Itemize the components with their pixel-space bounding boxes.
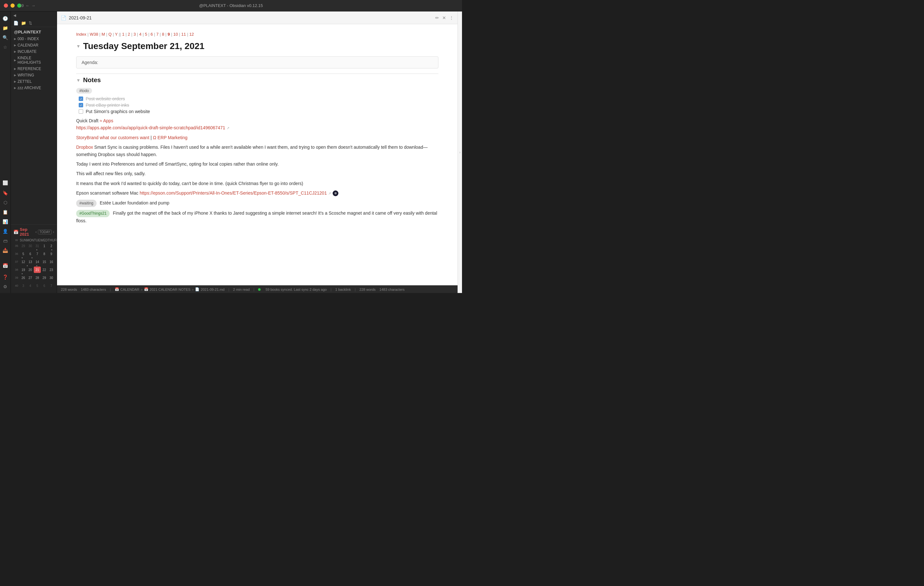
- cal-day[interactable]: 3: [55, 243, 57, 249]
- more-options-icon[interactable]: ⋮: [449, 15, 454, 20]
- cal-day[interactable]: 24: [55, 267, 57, 273]
- tree-item-kindle[interactable]: ▶ KINDLE HIGHLIGHTS: [11, 55, 57, 66]
- editor-content[interactable]: Index | W38 | M | Q | Y || 1 | 2 | 3 | 4…: [57, 24, 457, 285]
- link-2[interactable]: 2: [128, 32, 130, 37]
- close-dot[interactable]: [4, 3, 8, 8]
- cal-day[interactable]: 6: [27, 251, 34, 257]
- star-icon[interactable]: ☆: [1, 43, 10, 52]
- cal-day[interactable]: 10: [55, 251, 57, 257]
- right-panel-handle[interactable]: ›: [457, 12, 462, 293]
- sidebar-item-icon-5[interactable]: 📊: [1, 217, 10, 226]
- sidebar-item-icon-1[interactable]: ⬜: [1, 178, 10, 187]
- nav-forward-icon[interactable]: →: [31, 3, 35, 8]
- cal-day[interactable]: 13: [27, 258, 34, 265]
- cal-day[interactable]: 9: [48, 251, 55, 257]
- cal-day[interactable]: 1: [41, 243, 48, 249]
- sidebar-item-icon-3[interactable]: ⬡: [1, 198, 10, 207]
- cal-day[interactable]: 2: [48, 243, 55, 249]
- cal-day[interactable]: 29: [41, 275, 48, 281]
- cal-day[interactable]: 7: [48, 283, 55, 289]
- erp-link[interactable]: Ω ERP Marketing: [153, 135, 187, 140]
- tree-item-archive[interactable]: ▶ zzz ARCHIVE: [11, 85, 57, 91]
- folder-icon[interactable]: 📁: [1, 23, 10, 33]
- cal-day[interactable]: 17: [55, 258, 57, 265]
- link-11[interactable]: 11: [181, 32, 186, 37]
- cal-day[interactable]: 29: [20, 243, 27, 249]
- sidebar-item-icon-6[interactable]: 👤: [1, 227, 10, 236]
- edit-icon[interactable]: ✏: [435, 15, 439, 20]
- cal-day[interactable]: 19: [20, 267, 27, 273]
- checkbox-3[interactable]: [79, 109, 83, 114]
- calendar-prev-btn[interactable]: ‹: [35, 230, 36, 234]
- new-folder-btn[interactable]: 📁: [21, 21, 26, 25]
- tag-goodthings[interactable]: #GoodThings21: [76, 210, 110, 217]
- link-index[interactable]: Index: [76, 32, 86, 37]
- cal-day[interactable]: 8: [55, 283, 57, 289]
- link-7[interactable]: 7: [156, 32, 158, 37]
- minimize-dot[interactable]: [10, 3, 15, 8]
- cal-day[interactable]: 30: [27, 243, 34, 249]
- cal-day[interactable]: 27: [27, 275, 34, 281]
- tree-item-incubate[interactable]: ▶ INCUBATE: [11, 48, 57, 55]
- link-1[interactable]: 1: [122, 32, 124, 37]
- quick-draft-url-link[interactable]: https://apps.apple.com/au/app/quick-draf…: [76, 125, 225, 130]
- cal-day[interactable]: 22: [41, 267, 48, 273]
- tree-item-reference[interactable]: ▶ REFERENCE: [11, 66, 57, 72]
- sidebar-collapse-btn[interactable]: ◀: [13, 13, 16, 18]
- calendar-sidebar-icon[interactable]: 📅: [1, 261, 10, 270]
- apps-link[interactable]: ≈ Apps: [100, 118, 114, 123]
- link-6[interactable]: 6: [151, 32, 153, 37]
- cal-day-today[interactable]: 21: [34, 267, 41, 273]
- cal-day[interactable]: 26: [20, 275, 27, 281]
- search-icon[interactable]: 🔍: [1, 33, 10, 42]
- breadcrumb-part-3[interactable]: 2021-09-21.md: [201, 288, 224, 291]
- cal-day[interactable]: 16: [48, 258, 55, 265]
- tree-item-writing[interactable]: ▶ WRITING: [11, 72, 57, 78]
- link-5[interactable]: 5: [145, 32, 147, 37]
- sidebar-item-icon-2[interactable]: 🔖: [1, 189, 10, 198]
- cal-day[interactable]: 3: [20, 283, 27, 289]
- section-collapse-btn[interactable]: ▼: [76, 78, 81, 83]
- settings-icon[interactable]: ⚙: [1, 282, 10, 291]
- storybrand-link[interactable]: StoryBrand what our customers want: [76, 135, 149, 140]
- help-icon[interactable]: ❓: [1, 273, 10, 281]
- cal-day[interactable]: 23: [48, 267, 55, 273]
- cal-day[interactable]: 30: [48, 275, 55, 281]
- link-9[interactable]: 9: [168, 32, 170, 37]
- epson-url-link[interactable]: https://epson.com/Support/Printers/All-I…: [140, 191, 327, 196]
- cal-day[interactable]: 15: [41, 258, 48, 265]
- cal-day[interactable]: 12: [20, 258, 27, 265]
- sidebar-item-icon-7[interactable]: 🗃: [1, 236, 10, 245]
- link-3[interactable]: 3: [134, 32, 136, 37]
- link-4[interactable]: 4: [139, 32, 142, 37]
- sidebar-item-icon-8[interactable]: 📥: [1, 246, 10, 255]
- cal-day[interactable]: 31: [34, 243, 41, 249]
- new-note-btn[interactable]: 📄: [13, 21, 18, 25]
- cal-day[interactable]: 4: [27, 283, 34, 289]
- cal-day[interactable]: 5: [20, 251, 27, 257]
- tree-item-calendar[interactable]: ▶ CALENDAR: [11, 42, 57, 48]
- cal-day[interactable]: 5: [34, 283, 41, 289]
- tree-item-index[interactable]: ▶ 000 - INDEX: [11, 36, 57, 42]
- link-m[interactable]: M: [102, 32, 105, 37]
- link-10[interactable]: 10: [173, 32, 178, 37]
- tag-todo[interactable]: #todo: [76, 88, 92, 94]
- breadcrumb-part-2[interactable]: 2021 CALENDAR NOTES: [150, 288, 191, 291]
- link-y[interactable]: Y: [115, 32, 117, 37]
- cal-day[interactable]: 6: [41, 283, 48, 289]
- close-icon[interactable]: ✕: [442, 15, 446, 20]
- breadcrumb-part-1[interactable]: CALENDAR: [120, 288, 140, 291]
- link-q[interactable]: Q: [108, 32, 112, 37]
- cal-day[interactable]: 8: [41, 251, 48, 257]
- sidebar-item-icon-4[interactable]: 📋: [1, 207, 10, 217]
- history-icon[interactable]: 🕐: [1, 14, 10, 23]
- checkbox-1[interactable]: [79, 97, 83, 101]
- dropbox-link[interactable]: Dropbox: [76, 145, 93, 150]
- checkbox-2[interactable]: [79, 103, 83, 107]
- cal-day[interactable]: 20: [27, 267, 34, 273]
- cal-day[interactable]: 14: [34, 258, 41, 265]
- sort-btn[interactable]: ⇅: [29, 21, 32, 25]
- tree-item-zettel[interactable]: ▶ ZETTEL: [11, 78, 57, 85]
- calendar-next-btn[interactable]: ›: [53, 230, 54, 234]
- link-w38[interactable]: W38: [89, 32, 98, 37]
